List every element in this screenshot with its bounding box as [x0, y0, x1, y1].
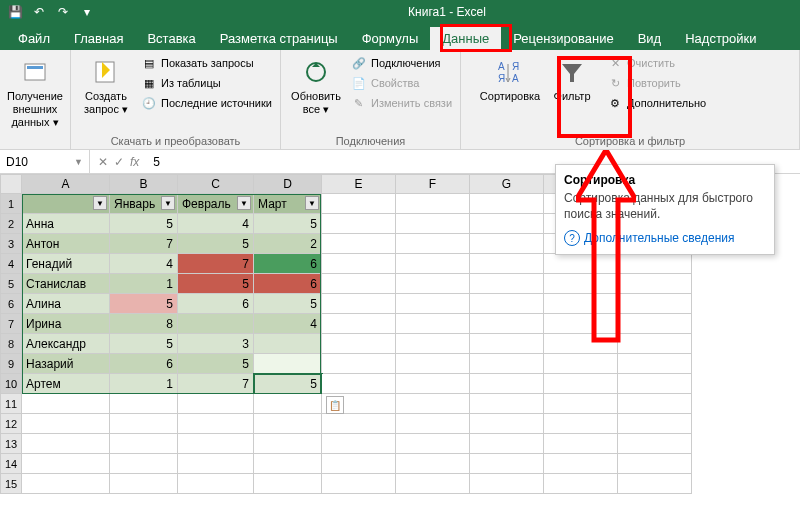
cell[interactable] [544, 474, 618, 494]
cell[interactable] [22, 434, 110, 454]
cell[interactable] [322, 414, 396, 434]
new-query-button[interactable]: Создать запрос ▾ [77, 54, 135, 118]
row-header[interactable]: 7 [0, 314, 22, 334]
tab-formulas[interactable]: Формулы [350, 27, 431, 50]
tab-file[interactable]: Файл [6, 27, 62, 50]
cell[interactable] [618, 394, 692, 414]
cell-value[interactable]: 5 [110, 294, 178, 314]
cell[interactable] [470, 254, 544, 274]
row-header[interactable]: 5 [0, 274, 22, 294]
cell-value[interactable]: 6 [254, 274, 322, 294]
cell[interactable] [544, 454, 618, 474]
cell[interactable] [322, 374, 396, 394]
cell-value[interactable]: 6 [254, 254, 322, 274]
cell[interactable] [322, 294, 396, 314]
col-header-B[interactable]: B [110, 174, 178, 194]
cell[interactable] [22, 394, 110, 414]
row-header[interactable]: 2 [0, 214, 22, 234]
cell[interactable] [396, 374, 470, 394]
cell[interactable] [322, 454, 396, 474]
smart-tag-icon[interactable]: 📋 [326, 396, 344, 414]
filter-arrow-icon[interactable]: ▼ [93, 196, 107, 210]
row-header[interactable]: 11 [0, 394, 22, 414]
cell-name[interactable]: Станислав [22, 274, 110, 294]
cell[interactable] [254, 414, 322, 434]
cell-value[interactable]: 4 [110, 254, 178, 274]
cell-name[interactable]: Генадий [22, 254, 110, 274]
tab-review[interactable]: Рецензирование [501, 27, 625, 50]
cell-value[interactable]: 4 [254, 314, 322, 334]
sort-button[interactable]: АЯЯА Сортировка [481, 54, 539, 105]
cell-value[interactable]: 1 [110, 274, 178, 294]
save-icon[interactable]: 💾 [4, 1, 26, 23]
col-header-G[interactable]: G [470, 174, 544, 194]
cell[interactable] [322, 314, 396, 334]
cell-value[interactable]: 5 [254, 214, 322, 234]
cell[interactable] [178, 414, 254, 434]
cell[interactable] [396, 434, 470, 454]
tab-data[interactable]: Данные [430, 27, 501, 50]
cell-value[interactable]: 5 [254, 374, 322, 394]
cell[interactable] [396, 334, 470, 354]
cell[interactable] [470, 334, 544, 354]
cell-name[interactable]: Алина [22, 294, 110, 314]
cell-value[interactable]: 2 [254, 234, 322, 254]
cell[interactable] [396, 194, 470, 214]
cell[interactable] [544, 294, 618, 314]
from-table-button[interactable]: ▦Из таблицы [139, 74, 274, 92]
cell[interactable] [470, 314, 544, 334]
tab-page-layout[interactable]: Разметка страницы [208, 27, 350, 50]
cell[interactable] [396, 234, 470, 254]
cell[interactable] [322, 194, 396, 214]
cell[interactable] [396, 474, 470, 494]
cell[interactable] [470, 194, 544, 214]
cell-value[interactable]: 5 [110, 214, 178, 234]
cell-value[interactable]: 4 [178, 214, 254, 234]
select-all-corner[interactable] [0, 174, 22, 194]
cell-value[interactable]: 1 [110, 374, 178, 394]
cell[interactable] [470, 434, 544, 454]
cell[interactable] [618, 294, 692, 314]
cell[interactable] [618, 254, 692, 274]
cell[interactable] [618, 274, 692, 294]
cell-name[interactable]: Назарий [22, 354, 110, 374]
cell-value[interactable]: 6 [178, 294, 254, 314]
cell[interactable] [396, 454, 470, 474]
cell[interactable] [618, 314, 692, 334]
cell[interactable] [618, 374, 692, 394]
cell[interactable] [470, 354, 544, 374]
cell[interactable] [254, 434, 322, 454]
cell[interactable] [322, 474, 396, 494]
cell[interactable] [396, 354, 470, 374]
cell-name[interactable]: Антон [22, 234, 110, 254]
cell-value[interactable]: 5 [178, 234, 254, 254]
table-header[interactable]: Январь▼ [110, 194, 178, 214]
cell[interactable] [178, 394, 254, 414]
row-header[interactable]: 3 [0, 234, 22, 254]
cell[interactable] [618, 354, 692, 374]
row-header[interactable]: 6 [0, 294, 22, 314]
row-header[interactable]: 12 [0, 414, 22, 434]
row-header[interactable]: 9 [0, 354, 22, 374]
cell[interactable] [110, 414, 178, 434]
col-header-E[interactable]: E [322, 174, 396, 194]
cell[interactable] [396, 254, 470, 274]
tooltip-help-link[interactable]: Дополнительные сведения [564, 230, 766, 246]
cell-value[interactable]: 5 [178, 354, 254, 374]
get-external-data-button[interactable]: Получение внешних данных ▾ [6, 54, 64, 132]
cell[interactable] [322, 254, 396, 274]
cell[interactable] [396, 414, 470, 434]
col-header-C[interactable]: C [178, 174, 254, 194]
cell-value[interactable]: 5 [178, 274, 254, 294]
col-header-F[interactable]: F [396, 174, 470, 194]
row-header[interactable]: 13 [0, 434, 22, 454]
tab-insert[interactable]: Вставка [135, 27, 207, 50]
cell[interactable] [470, 294, 544, 314]
cell[interactable] [544, 394, 618, 414]
cell-name[interactable]: Александр [22, 334, 110, 354]
col-header-D[interactable]: D [254, 174, 322, 194]
cell[interactable] [470, 274, 544, 294]
cell[interactable] [110, 474, 178, 494]
qat-customize-icon[interactable]: ▾ [76, 1, 98, 23]
redo-icon[interactable]: ↷ [52, 1, 74, 23]
